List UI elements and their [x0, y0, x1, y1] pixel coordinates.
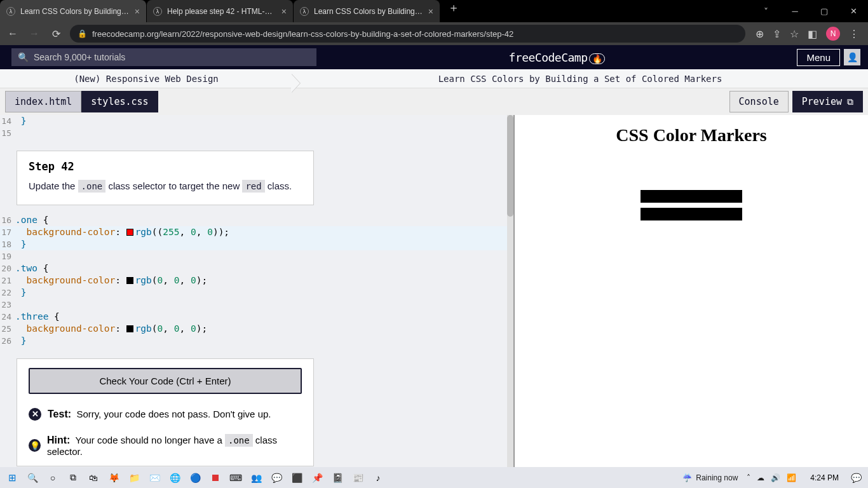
- teams-icon[interactable]: 👥: [248, 470, 264, 486]
- editor-scrollbar[interactable]: [507, 115, 513, 488]
- browser-tabs: λ Learn CSS Colors by Building a S... × …: [0, 0, 467, 22]
- preview-marker: [641, 190, 742, 203]
- tab-search-icon[interactable]: ˅: [751, 0, 780, 22]
- onedrive-icon[interactable]: ☁: [757, 473, 764, 482]
- zoom-icon[interactable]: ⊕: [756, 28, 764, 40]
- system-tray[interactable]: ˄ ☁ 🔊 📶: [742, 473, 801, 482]
- tab-close-icon[interactable]: ×: [135, 6, 140, 17]
- search-placeholder: Search 9,000+ tutorials: [34, 52, 125, 62]
- fcc-header: 🔍 Search 9,000+ tutorials freeCodeCamp🔥 …: [0, 45, 868, 69]
- preview-pane: CSS Color Markers: [513, 115, 868, 488]
- reload-button[interactable]: ⟳: [48, 28, 64, 40]
- breadcrumb-course[interactable]: (New) Responsive Web Design: [0, 74, 292, 84]
- step-title: Step 42: [29, 160, 302, 173]
- address-bar[interactable]: 🔒 freecodecamp.org/learn/2022/responsive…: [70, 25, 745, 43]
- windows-taskbar: ⊞ 🔍 ○ ⧉ 🛍 🦊 📁 ✉️ 🌐 🔵 ⌨ 👥 💬 ⬛ 📌 📓 📰 ♪ ☔ R…: [0, 467, 868, 488]
- side-panel-icon[interactable]: ◧: [808, 28, 817, 40]
- preview-marker: [641, 208, 742, 220]
- app-icon[interactable]: 📰: [349, 470, 366, 486]
- wifi-icon[interactable]: 📶: [787, 473, 796, 482]
- browser-tab[interactable]: λ Help please step 42 - HTML-CSS ×: [147, 0, 293, 22]
- main-split: 14 }15 Step 42 Update the .one class sel…: [0, 115, 868, 488]
- chrome-icon[interactable]: 🔵: [187, 470, 203, 486]
- toolbar-icons: ⊕ ⇪ ☆ ◧ N ⋮: [752, 27, 863, 41]
- browser-toolbar: ← → ⟳ 🔒 freecodecamp.org/learn/2022/resp…: [0, 22, 868, 45]
- window-controls: ˅ ─ ▢ ✕: [751, 0, 868, 22]
- tab-title: Learn CSS Colors by Building a S...: [20, 7, 130, 16]
- breadcrumb-lesson: Learn CSS Colors by Building a Set of Co…: [292, 74, 868, 84]
- check-code-button[interactable]: Check Your Code (Ctrl + Enter): [29, 368, 302, 394]
- browser-tab[interactable]: λ Learn CSS Colors by Building a S... ×: [0, 0, 146, 22]
- close-button[interactable]: ✕: [839, 0, 868, 22]
- app-icon[interactable]: [207, 470, 224, 486]
- browser-titlebar: λ Learn CSS Colors by Building a S... × …: [0, 0, 868, 22]
- fcc-logo[interactable]: freeCodeCamp🔥: [316, 51, 797, 64]
- test-result-line: ✕ Test: Sorry, your code does not pass. …: [29, 408, 302, 421]
- lock-icon: 🔒: [78, 29, 87, 38]
- rain-icon: ☔: [682, 473, 692, 482]
- task-view-icon[interactable]: ⧉: [65, 470, 81, 486]
- lightbulb-icon: 💡: [29, 439, 41, 452]
- tiktok-icon[interactable]: ♪: [370, 470, 386, 486]
- instruction-card: Step 42 Update the .one class selector t…: [17, 151, 314, 205]
- result-card: Check Your Code (Ctrl + Enter) ✕ Test: S…: [17, 358, 314, 466]
- back-button[interactable]: ←: [5, 28, 20, 39]
- notifications-icon[interactable]: 💬: [848, 470, 864, 486]
- fcc-favicon: λ: [300, 7, 309, 16]
- whatsapp-icon[interactable]: 💬: [268, 470, 285, 486]
- hint-line: 💡 Hint: Your code should no longer have …: [29, 435, 302, 457]
- editor-toolbar: index.html styles.css Console Preview ⧉: [0, 88, 868, 115]
- tab-close-icon[interactable]: ×: [281, 6, 287, 17]
- edge-icon[interactable]: 🌐: [166, 470, 183, 486]
- maximize-button[interactable]: ▢: [810, 0, 839, 22]
- fcc-favicon: λ: [6, 7, 15, 16]
- firefox-icon[interactable]: 🦊: [105, 470, 122, 486]
- kebab-menu-icon[interactable]: ⋮: [849, 28, 859, 40]
- tab-title: Learn CSS Colors by Building a S...: [314, 7, 423, 16]
- pinterest-icon[interactable]: 📌: [309, 470, 325, 486]
- console-button[interactable]: Console: [729, 91, 789, 112]
- instruction-text: Update the .one class selector to target…: [29, 179, 302, 193]
- file-tab-index-html[interactable]: index.html: [5, 91, 81, 112]
- fcc-favicon: λ: [153, 7, 162, 16]
- code-editor-body[interactable]: 16.one {17 background-color: rgb((255, 0…: [0, 214, 513, 347]
- user-avatar-icon[interactable]: 👤: [844, 49, 860, 65]
- chevron-up-icon[interactable]: ˄: [747, 473, 750, 482]
- url-text: freecodecamp.org/learn/2022/responsive-w…: [92, 29, 513, 39]
- volume-icon[interactable]: 🔊: [771, 473, 780, 482]
- editor-pane: 14 }15 Step 42 Update the .one class sel…: [0, 115, 513, 488]
- preview-heading: CSS Color Markers: [525, 125, 858, 146]
- store-icon[interactable]: 🛍: [85, 470, 102, 486]
- search-input[interactable]: 🔍 Search 9,000+ tutorials: [11, 48, 316, 66]
- fail-icon: ✕: [29, 408, 41, 421]
- start-button[interactable]: ⊞: [4, 470, 20, 486]
- bookmark-icon[interactable]: ☆: [790, 28, 799, 40]
- forward-button[interactable]: →: [27, 28, 42, 39]
- tab-close-icon[interactable]: ×: [428, 6, 433, 17]
- app-icon[interactable]: ⬛: [288, 470, 305, 486]
- external-link-icon: ⧉: [847, 97, 853, 107]
- share-icon[interactable]: ⇪: [773, 28, 781, 40]
- browser-tab[interactable]: λ Learn CSS Colors by Building a S... ×: [294, 0, 440, 22]
- search-icon[interactable]: 🔍: [24, 470, 41, 486]
- clock[interactable]: 4:24 PM: [805, 473, 844, 482]
- profile-avatar[interactable]: N: [826, 27, 840, 41]
- file-tab-styles-css[interactable]: styles.css: [81, 91, 158, 112]
- menu-button[interactable]: Menu: [797, 49, 840, 66]
- breadcrumb: (New) Responsive Web Design Learn CSS Co…: [0, 69, 868, 88]
- tab-title: Help please step 42 - HTML-CSS: [167, 7, 276, 16]
- app-icon[interactable]: 📓: [329, 470, 346, 486]
- weather-widget[interactable]: ☔ Raining now: [682, 473, 738, 482]
- minimize-button[interactable]: ─: [780, 0, 810, 22]
- explorer-icon[interactable]: 📁: [126, 470, 142, 486]
- code-editor-top[interactable]: 14 }15: [0, 115, 513, 139]
- new-tab-button[interactable]: ＋: [440, 0, 467, 22]
- file-tabs: index.html styles.css: [5, 91, 158, 112]
- flame-icon: 🔥: [589, 53, 606, 64]
- mail-icon[interactable]: ✉️: [146, 470, 163, 486]
- search-icon: 🔍: [18, 52, 29, 62]
- keyboard-icon[interactable]: ⌨: [227, 470, 244, 486]
- cortana-icon[interactable]: ○: [44, 470, 61, 486]
- preview-button[interactable]: Preview ⧉: [792, 91, 863, 112]
